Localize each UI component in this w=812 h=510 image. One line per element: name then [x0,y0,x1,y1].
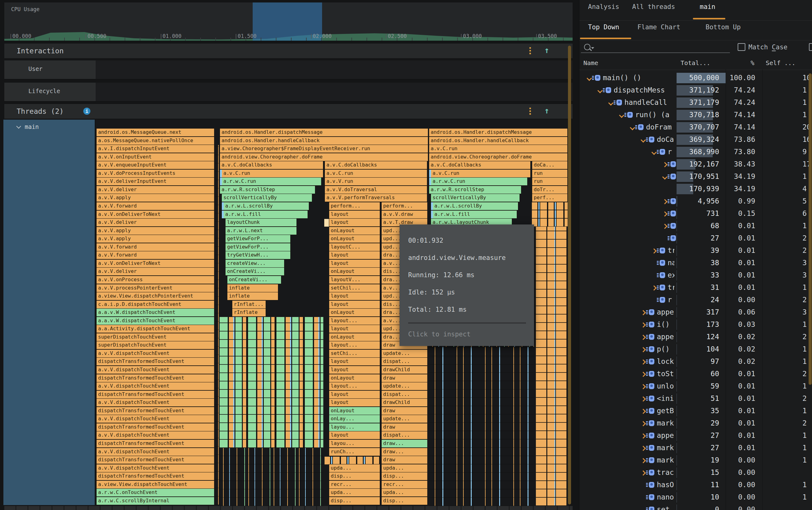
call-chart-frame[interactable]: draw [381,374,428,382]
tab-top-down[interactable]: Top Down [588,24,619,31]
call-chart-frame[interactable]: a.v.I.dispatchInputEvent [96,145,214,153]
tree-row[interactable]: 170,95134.191 [579,171,812,183]
call-chart-frame[interactable]: a.v.V.apply [96,227,214,235]
call-chart-frame[interactable]: a.r.w.R.scrollStep [220,186,315,194]
tree-row[interactable]: r368,99073.809 [579,146,812,158]
call-chart-frame[interactable]: setChil... [329,284,380,292]
call-chart-micro-frames[interactable] [220,317,323,448]
chevron-right-icon[interactable] [641,323,646,328]
call-chart-frame[interactable]: c.a.i.p.D.dispatchTouchEvent [96,300,214,309]
call-chart-frame[interactable]: a.v.V.dispatchTouchEvent [96,349,214,358]
tree-row[interactable]: doFram370,70774.1420 [579,121,812,133]
call-chart-frame[interactable]: a.v.V.onDeliverToNext [96,259,214,268]
match-case-label[interactable]: Match Case [749,43,787,51]
tree-row[interactable]: unlo590.011 [579,380,812,392]
call-chart-frame[interactable]: android.os.Handler.dispatchMessage [220,128,428,137]
call-chart-frame[interactable]: onLayout [329,374,380,382]
call-chart-frame[interactable]: onLayout [329,333,380,341]
call-chart-frame[interactable]: scrollVerticallyBy [222,193,312,202]
call-chart-frame[interactable]: createView... [225,259,285,268]
call-chart-frame[interactable]: a.a.v.W.dispatchTouchEvent [96,308,214,317]
call-chart-frame[interactable]: a.r.w.C.run [220,177,321,186]
call-chart-frame[interactable]: drawChild [381,366,428,374]
call-chart-frame[interactable]: dispatchTransformedTouchEvent [96,374,214,382]
call-chart-frame[interactable]: draw... [381,440,428,448]
call-chart-frame[interactable]: a.v.V.doTraversal [324,186,427,194]
call-chart-frame[interactable]: a.v.V.dispatchTouchEvent [96,431,214,440]
call-chart-frame[interactable]: a.r.w.L.fill [431,210,517,219]
call-chart-micro-frames[interactable] [220,448,323,506]
call-chart-frame[interactable]: a.r.w.C.onTouchEvent [96,488,214,497]
tree-row[interactable]: appe270.011 [579,429,812,442]
column-header-name[interactable]: Name [583,59,598,67]
call-chart-micro-frames[interactable] [429,347,534,506]
call-chart-frame[interactable]: layout [329,292,380,300]
tree-row[interactable]: appe3170.063 [579,306,812,319]
chevron-down-icon[interactable] [598,88,603,93]
call-chart-frame[interactable]: android.os.Handler.handleCallback [220,137,428,145]
call-chart-frame[interactable]: layout... [329,341,380,349]
call-chart-frame[interactable]: recr... [381,480,428,489]
tree-row[interactable]: lock970.021 [579,356,812,368]
tree-row[interactable]: appe1240.022 [579,331,812,343]
call-chart-frame[interactable]: a.r.w.R.scrollStep [429,186,521,194]
call-chart-frame[interactable]: dispatchTransformedTouchEvent [96,390,214,399]
call-chart-frame[interactable]: onLayout [329,267,380,276]
call-chart-frame[interactable]: a.v.V.enqueueInputEvent [96,161,214,169]
call-chart-frame[interactable]: disp... [329,497,380,505]
tree-row[interactable]: ex330.013 [579,269,812,281]
search-input[interactable] [581,53,730,53]
chevron-right-icon[interactable] [641,347,646,353]
tree-row[interactable]: tr390.012 [579,244,812,257]
chevron-right-icon[interactable] [662,224,668,229]
call-chart-frame[interactable]: disp... [329,472,380,480]
tree-row[interactable]: doCa369,32473.8616 [579,133,812,146]
call-chart-frame[interactable]: onLayout [329,407,380,415]
tree-row[interactable]: getB350.011 [579,405,812,417]
call-chart-frame[interactable]: rInflate [232,308,266,317]
tree-row[interactable]: <ini510.012 [579,392,812,405]
tree-row[interactable]: p()1040.021 [579,343,812,356]
call-chart-frame[interactable]: a.v.C.run [324,169,427,178]
chevron-right-icon[interactable] [641,310,646,316]
call-chart-frame[interactable]: a.v.C.doCallbacks [220,161,323,169]
call-chart-frame[interactable]: dispat... [381,357,428,366]
call-chart-frame[interactable]: a.v.V.forward [96,243,214,251]
call-chart-frame[interactable]: a.view.View.dispatchTouchEvent [96,480,214,489]
tree-row[interactable]: i()1730.031 [579,319,812,331]
call-chart-frame[interactable]: a.v.V.run [324,177,427,186]
tree-row[interactable]: run() (a370,71874.141 [579,109,812,121]
call-chart-micro-frames[interactable] [532,202,568,227]
call-chart-frame[interactable]: a.v.V.dispatchTouchEvent [96,464,214,472]
call-chart-frame[interactable]: rInflat... [232,300,266,309]
call-chart-frame[interactable]: a.v.V.dispatchTouchEvent [96,366,214,374]
chevron-down-icon[interactable] [641,138,646,143]
call-chart-frame[interactable]: layout... [329,382,380,390]
tree-row[interactable]: toSt600.012 [579,368,812,380]
call-chart-frame[interactable]: draw [381,456,428,464]
cpu-usage-panel[interactable]: CPU Usage 00.00000.50001.00001.50002.000… [4,2,573,41]
chevron-right-icon[interactable] [641,446,646,451]
tree-row[interactable]: handleCall371,17974.241 [579,96,812,109]
call-chart-frame[interactable]: onLayout [329,235,380,243]
tree-row[interactable]: tr310.011 [579,281,812,294]
lifecycle-row-track[interactable] [96,83,573,102]
call-chart-frame[interactable]: layou... [329,423,380,431]
call-chart-frame[interactable]: draw [381,407,428,415]
chevron-right-icon[interactable] [662,212,668,217]
call-chart-frame[interactable]: a.v.V.onInputEvent [96,153,214,161]
call-chart-frame[interactable]: perf... [532,193,568,202]
tree-row[interactable]: main() ()500,000100.0010 [579,72,812,84]
call-chart-frame[interactable]: upda... [381,464,428,472]
call-chart-frame[interactable]: dispatchTransformedTouchEvent [96,423,214,431]
chevron-down-icon[interactable] [608,100,614,106]
regex-checkbox-partial[interactable] [809,43,812,51]
call-chart-frame[interactable]: a.r.w.L.next [225,227,297,235]
call-chart-frame[interactable]: a.v.C.run [429,169,531,178]
call-chart-frame[interactable]: layout [329,300,380,309]
call-chart-micro-frames[interactable] [215,145,220,505]
call-chart-frame[interactable]: layout [329,210,380,219]
call-chart-frame[interactable]: draw [381,423,428,431]
call-chart-frame[interactable]: a.r.w.L.scrollBy [431,202,518,210]
chevron-down-icon[interactable] [662,175,668,180]
